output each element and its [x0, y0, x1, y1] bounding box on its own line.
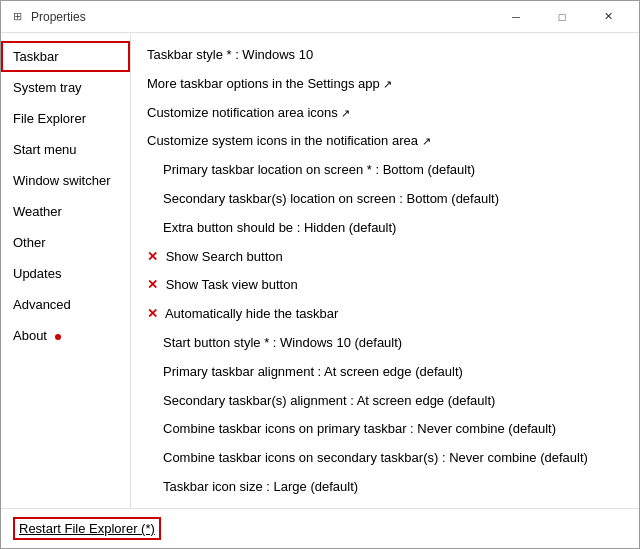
maximize-button[interactable]: □	[539, 1, 585, 33]
sidebar-item-updates[interactable]: Updates	[1, 258, 130, 289]
sidebar: Taskbar System tray File Explorer Start …	[1, 33, 131, 508]
window-title: Properties	[31, 10, 86, 24]
settings-panel: Taskbar style * : Windows 10 More taskba…	[131, 33, 639, 508]
setting-icon-size[interactable]: Taskbar icon size : Large (default)	[147, 473, 623, 502]
setting-show-task-view[interactable]: ✕ Show Task view button	[147, 271, 623, 300]
footer: Restart File Explorer (*)	[1, 508, 639, 548]
setting-taskbar-style[interactable]: Taskbar style * : Windows 10	[147, 41, 623, 70]
notification-dot	[55, 334, 61, 340]
setting-start-button-style[interactable]: Start button style * : Windows 10 (defau…	[147, 329, 623, 358]
setting-show-search[interactable]: ✕ Show Search button	[147, 243, 623, 272]
app-icon: ⊞	[9, 9, 25, 25]
setting-primary-alignment[interactable]: Primary taskbar alignment : At screen ed…	[147, 358, 623, 387]
setting-auto-hide[interactable]: ✕ Automatically hide the taskbar	[147, 300, 623, 329]
close-button[interactable]: ✕	[585, 1, 631, 33]
restart-file-explorer-button[interactable]: Restart File Explorer (*)	[13, 517, 161, 540]
sidebar-item-file-explorer[interactable]: File Explorer	[1, 103, 130, 134]
setting-secondary-alignment[interactable]: Secondary taskbar(s) alignment : At scre…	[147, 387, 623, 416]
setting-customize-notification[interactable]: Customize notification area icons	[147, 99, 623, 128]
sidebar-item-advanced[interactable]: Advanced	[1, 289, 130, 320]
minimize-button[interactable]: ─	[493, 1, 539, 33]
sidebar-item-other[interactable]: Other	[1, 227, 130, 258]
setting-combine-primary[interactable]: Combine taskbar icons on primary taskbar…	[147, 415, 623, 444]
setting-more-options[interactable]: More taskbar options in the Settings app	[147, 70, 623, 99]
x-mark-auto-hide: ✕	[147, 306, 158, 321]
x-mark-search: ✕	[147, 249, 158, 264]
title-bar-left: ⊞ Properties	[9, 9, 86, 25]
properties-window: ⊞ Properties ─ □ ✕ Taskbar System tray F…	[0, 0, 640, 549]
sidebar-item-window-switcher[interactable]: Window switcher	[1, 165, 130, 196]
title-bar: ⊞ Properties ─ □ ✕	[1, 1, 639, 33]
setting-combine-secondary[interactable]: Combine taskbar icons on secondary taskb…	[147, 444, 623, 473]
sidebar-item-taskbar[interactable]: Taskbar	[1, 41, 130, 72]
setting-extra-button[interactable]: Extra button should be : Hidden (default…	[147, 214, 623, 243]
sidebar-item-start-menu[interactable]: Start menu	[1, 134, 130, 165]
x-mark-task-view: ✕	[147, 277, 158, 292]
sidebar-item-about[interactable]: About	[1, 320, 130, 351]
setting-primary-location[interactable]: Primary taskbar location on screen * : B…	[147, 156, 623, 185]
setting-customize-system-icons[interactable]: Customize system icons in the notificati…	[147, 127, 623, 156]
sidebar-item-system-tray[interactable]: System tray	[1, 72, 130, 103]
sidebar-item-weather[interactable]: Weather	[1, 196, 130, 227]
content-area: Taskbar System tray File Explorer Start …	[1, 33, 639, 508]
setting-secondary-location[interactable]: Secondary taskbar(s) location on screen …	[147, 185, 623, 214]
title-buttons: ─ □ ✕	[493, 1, 631, 33]
